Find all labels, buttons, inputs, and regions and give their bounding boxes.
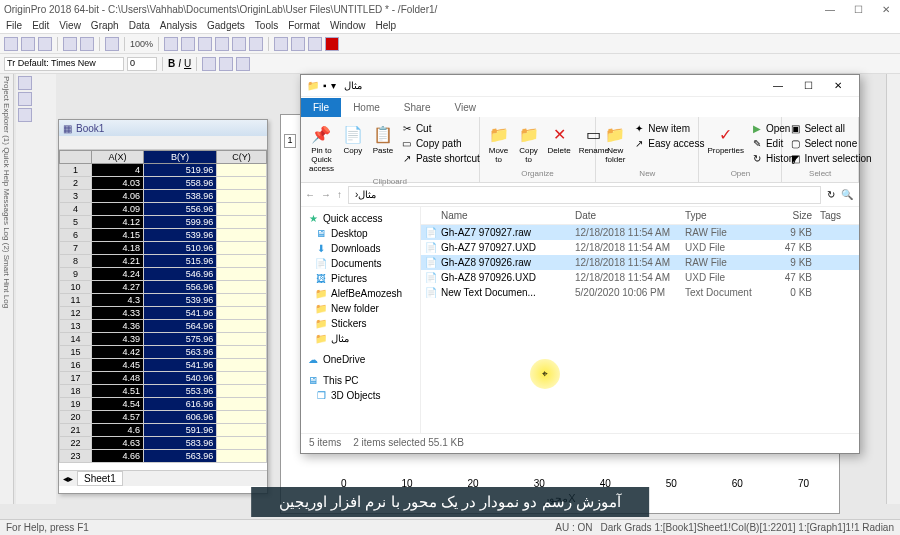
cell[interactable] (217, 398, 267, 411)
nav-pictures[interactable]: 🖼Pictures (301, 271, 420, 286)
tool-icon[interactable] (202, 57, 216, 71)
cell[interactable] (217, 281, 267, 294)
cell[interactable]: 4.15 (92, 229, 144, 242)
cell[interactable]: 13 (60, 320, 92, 333)
table-row[interactable]: 24.03558.96 (60, 177, 267, 190)
select-all-button[interactable]: ▣Select all (788, 121, 872, 135)
path-field[interactable]: › مثال (348, 186, 821, 204)
nav-onedrive[interactable]: ☁OneDrive (301, 352, 420, 367)
menu-edit[interactable]: Edit (32, 20, 49, 31)
cell[interactable]: 4.45 (92, 359, 144, 372)
tool-icon[interactable] (164, 37, 178, 51)
cell[interactable]: 4 (60, 203, 92, 216)
cell[interactable] (217, 385, 267, 398)
cell[interactable] (217, 307, 267, 320)
cell[interactable]: 19 (60, 398, 92, 411)
cell[interactable]: 541.96 (143, 307, 216, 320)
cell[interactable] (217, 346, 267, 359)
menu-analysis[interactable]: Analysis (160, 20, 197, 31)
cell[interactable]: 546.96 (143, 268, 216, 281)
cell[interactable] (217, 203, 267, 216)
select-none-button[interactable]: ▢Select none (788, 136, 872, 150)
cell[interactable] (217, 372, 267, 385)
cell[interactable]: 4.39 (92, 333, 144, 346)
forward-icon[interactable]: → (321, 189, 331, 200)
file-row[interactable]: 📄 New Text Documen... 5/20/2020 10:06 PM… (421, 285, 859, 300)
cell[interactable]: 4.42 (92, 346, 144, 359)
table-row[interactable]: 74.18510.96 (60, 242, 267, 255)
cell[interactable] (217, 450, 267, 463)
tool-icon[interactable] (236, 57, 250, 71)
record-icon[interactable] (325, 37, 339, 51)
new-item-button[interactable]: ✦New item (632, 121, 705, 135)
col-tags[interactable]: Tags (816, 210, 845, 221)
cell[interactable]: 5 (60, 216, 92, 229)
nav-folder[interactable]: 📁Stickers (301, 316, 420, 331)
table-row[interactable]: 174.48540.96 (60, 372, 267, 385)
cell[interactable]: 21 (60, 424, 92, 437)
table-row[interactable]: 94.24546.96 (60, 268, 267, 281)
import-icon[interactable] (63, 37, 77, 51)
cell[interactable]: 591.96 (143, 424, 216, 437)
move-button[interactable]: 📁Move to (486, 121, 512, 166)
nav-folder[interactable]: 📁New folder (301, 301, 420, 316)
file-row[interactable]: 📄 Gh-AZ8 970926.raw 12/18/2018 11:54 AM … (421, 255, 859, 270)
tab-share[interactable]: Share (392, 98, 443, 117)
cell[interactable]: 510.96 (143, 242, 216, 255)
menu-help[interactable]: Help (375, 20, 396, 31)
table-row[interactable]: 124.33541.96 (60, 307, 267, 320)
col-type[interactable]: Type (681, 210, 771, 221)
tool-icon[interactable] (274, 37, 288, 51)
tool-icon[interactable] (18, 92, 32, 106)
cell[interactable]: 4 (92, 164, 144, 177)
col-header[interactable]: A(X) (92, 151, 144, 164)
table-row[interactable]: 154.42563.96 (60, 346, 267, 359)
table-row[interactable]: 114.3539.96 (60, 294, 267, 307)
menu-data[interactable]: Data (129, 20, 150, 31)
tool-icon[interactable] (215, 37, 229, 51)
file-list[interactable]: Name Date Type Size Tags 📄 Gh-AZ7 970927… (421, 207, 859, 433)
qat-icon[interactable]: ▪ (323, 80, 327, 91)
cell[interactable]: 564.96 (143, 320, 216, 333)
table-row[interactable]: 64.15539.96 (60, 229, 267, 242)
cell[interactable] (217, 268, 267, 281)
cell[interactable] (217, 424, 267, 437)
tool-icon[interactable] (198, 37, 212, 51)
nav-quick-access[interactable]: ★Quick access (301, 211, 420, 226)
tool-icon[interactable] (249, 37, 263, 51)
cell[interactable]: 583.96 (143, 437, 216, 450)
cell[interactable] (217, 333, 267, 346)
nav-folder[interactable]: 📁مثال (301, 331, 420, 346)
explorer-titlebar[interactable]: 📁 ▪ ▾ مثال — ☐ ✕ (301, 75, 859, 97)
file-row[interactable]: 📄 Gh-AZ8 970926.UXD 12/18/2018 11:54 AM … (421, 270, 859, 285)
col-name[interactable]: Name (421, 210, 571, 221)
nav-thispc[interactable]: 🖥This PC (301, 373, 420, 388)
cell[interactable]: 7 (60, 242, 92, 255)
pin-button[interactable]: 📌Pin to Quick access (307, 121, 336, 175)
cell[interactable]: 6 (60, 229, 92, 242)
nav-documents[interactable]: 📄Documents (301, 256, 420, 271)
cell[interactable]: 2 (60, 177, 92, 190)
cell[interactable] (217, 177, 267, 190)
nav-downloads[interactable]: ⬇Downloads (301, 241, 420, 256)
cell[interactable]: 18 (60, 385, 92, 398)
cell[interactable] (217, 437, 267, 450)
cell[interactable]: 4.24 (92, 268, 144, 281)
new-folder-button[interactable]: 📁New folder (602, 121, 628, 166)
tab-nav-icon[interactable]: ◂▸ (63, 473, 73, 484)
table-row[interactable]: 194.54616.96 (60, 398, 267, 411)
cell[interactable] (217, 320, 267, 333)
tool-icon[interactable] (18, 76, 32, 90)
cell[interactable]: 20 (60, 411, 92, 424)
cell[interactable]: 4.66 (92, 450, 144, 463)
table-row[interactable]: 134.36564.96 (60, 320, 267, 333)
cell[interactable]: 12 (60, 307, 92, 320)
left-dock[interactable]: Project Explorer (1) Quick Help Messages… (0, 74, 14, 504)
save-icon[interactable] (38, 37, 52, 51)
cut-button[interactable]: ✂Cut (400, 121, 481, 135)
bold-icon[interactable]: B (168, 58, 175, 69)
table-row[interactable]: 104.27556.96 (60, 281, 267, 294)
right-dock[interactable] (886, 74, 900, 504)
cell[interactable] (217, 242, 267, 255)
underline-icon[interactable]: U (184, 58, 191, 69)
